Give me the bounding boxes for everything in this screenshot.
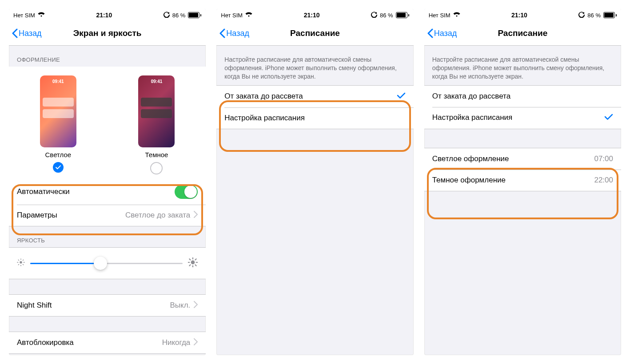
svg-point-0 bbox=[20, 261, 22, 263]
svg-line-6 bbox=[23, 265, 24, 265]
automatic-label: Автоматически bbox=[17, 187, 175, 196]
option-sunset-label: От заката до рассвета bbox=[432, 92, 613, 101]
radio-checked-icon bbox=[53, 162, 64, 173]
appearance-option-dark[interactable]: 09:41 Темное bbox=[138, 75, 175, 174]
battery-label: 86 % bbox=[587, 12, 601, 19]
phone-display-brightness: Нет SIM 21:10 86 % Назад Экран и яркость… bbox=[9, 9, 206, 355]
svg-line-14 bbox=[190, 259, 191, 260]
option-sunset-sunrise[interactable]: От заката до рассвета bbox=[216, 86, 413, 107]
option-custom-schedule[interactable]: Настройка расписания bbox=[424, 107, 621, 129]
back-label: Назад bbox=[434, 29, 457, 38]
battery-icon bbox=[188, 12, 201, 18]
automatic-row[interactable]: Автоматически bbox=[9, 179, 206, 205]
section-header-appearance: ОФОРМЛЕНИЕ bbox=[9, 46, 206, 67]
schedule-note: Настройте расписание для автоматической … bbox=[216, 46, 413, 85]
status-bar: Нет SIM 21:10 86 % bbox=[216, 9, 413, 21]
radio-unchecked-icon bbox=[150, 162, 163, 174]
refresh-icon bbox=[163, 12, 170, 19]
option-custom-schedule[interactable]: Настройка расписания bbox=[216, 107, 413, 129]
carrier-label: Нет SIM bbox=[429, 12, 451, 19]
dark-preview: 09:41 bbox=[138, 75, 175, 147]
wifi-icon bbox=[453, 12, 460, 19]
svg-line-17 bbox=[195, 259, 196, 260]
night-shift-row[interactable]: Night Shift Выкл. bbox=[9, 295, 206, 316]
back-label: Назад bbox=[226, 29, 249, 38]
sun-max-icon bbox=[188, 257, 198, 269]
svg-line-16 bbox=[190, 265, 191, 266]
status-time: 21:10 bbox=[511, 12, 527, 19]
carrier-label: Нет SIM bbox=[13, 12, 35, 19]
svg-line-8 bbox=[23, 260, 24, 260]
nav-bar: Назад Расписание bbox=[216, 21, 413, 46]
autolock-label: Автоблокировка bbox=[17, 338, 162, 347]
checkmark-icon bbox=[397, 91, 406, 102]
option-custom-label: Настройка расписания bbox=[224, 114, 405, 123]
schedule-note: Настройте расписание для автоматической … bbox=[424, 46, 621, 85]
section-header-brightness: ЯРКОСТЬ bbox=[9, 226, 206, 247]
battery-label: 86 % bbox=[172, 12, 186, 19]
status-time: 21:10 bbox=[96, 12, 112, 19]
options-value: Светлое до заката bbox=[125, 211, 190, 220]
light-time-value: 07:00 bbox=[594, 154, 613, 163]
phone-schedule-custom: Нет SIM 21:10 86 % Назад Расписание Наст… bbox=[424, 9, 621, 355]
light-time-row[interactable]: Светлое оформление 07:00 bbox=[424, 148, 621, 170]
dark-label: Темное bbox=[145, 151, 168, 158]
brightness-slider[interactable] bbox=[30, 263, 183, 264]
back-button[interactable]: Назад bbox=[9, 28, 42, 38]
back-button[interactable]: Назад bbox=[424, 28, 457, 38]
night-shift-value: Выкл. bbox=[170, 301, 190, 310]
appearance-row: 09:41 Светлое 09:41 Темное bbox=[9, 67, 206, 179]
status-bar: Нет SIM 21:10 86 % bbox=[424, 9, 621, 21]
refresh-icon bbox=[371, 12, 377, 19]
svg-line-5 bbox=[18, 260, 19, 260]
svg-line-7 bbox=[18, 265, 19, 265]
sun-min-icon bbox=[17, 258, 25, 268]
battery-icon bbox=[603, 12, 617, 18]
checkmark-icon bbox=[604, 113, 613, 123]
nav-bar: Назад Экран и яркость bbox=[9, 21, 206, 46]
chevron-right-icon bbox=[194, 211, 198, 220]
options-label: Параметры bbox=[17, 211, 125, 220]
appearance-option-light[interactable]: 09:41 Светлое bbox=[40, 75, 76, 174]
battery-label: 86 % bbox=[380, 12, 393, 19]
phone-schedule-sunset: Нет SIM 21:10 86 % Назад Расписание Наст… bbox=[216, 9, 413, 355]
light-label: Светлое bbox=[45, 151, 72, 158]
status-bar: Нет SIM 21:10 86 % bbox=[9, 9, 206, 21]
light-time-label: Светлое оформление bbox=[432, 154, 594, 163]
battery-icon bbox=[396, 12, 409, 18]
wifi-icon bbox=[245, 12, 252, 19]
option-sunset-sunrise[interactable]: От заката до рассвета bbox=[424, 86, 621, 107]
dark-time-label: Темное оформление bbox=[432, 176, 594, 185]
brightness-slider-row bbox=[9, 248, 206, 279]
option-sunset-label: От заката до рассвета bbox=[224, 92, 396, 101]
automatic-switch[interactable] bbox=[175, 185, 198, 199]
refresh-icon bbox=[578, 12, 585, 19]
chevron-right-icon bbox=[194, 338, 198, 348]
back-button[interactable]: Назад bbox=[216, 28, 249, 38]
option-custom-label: Настройка расписания bbox=[432, 113, 604, 122]
nav-bar: Назад Расписание bbox=[424, 21, 621, 46]
carrier-label: Нет SIM bbox=[221, 12, 243, 19]
options-row[interactable]: Параметры Светлое до заката bbox=[9, 205, 206, 226]
light-preview: 09:41 bbox=[40, 75, 76, 147]
dark-time-row[interactable]: Темное оформление 22:00 bbox=[424, 170, 621, 191]
night-shift-label: Night Shift bbox=[17, 301, 170, 310]
dark-time-value: 22:00 bbox=[594, 176, 613, 185]
wifi-icon bbox=[38, 12, 45, 19]
autolock-value: Никогда bbox=[162, 338, 191, 347]
svg-point-9 bbox=[191, 261, 195, 265]
status-time: 21:10 bbox=[304, 12, 320, 19]
autolock-row[interactable]: Автоблокировка Никогда bbox=[9, 332, 206, 353]
chevron-right-icon bbox=[194, 301, 198, 310]
svg-line-15 bbox=[195, 265, 196, 266]
back-label: Назад bbox=[19, 29, 42, 38]
